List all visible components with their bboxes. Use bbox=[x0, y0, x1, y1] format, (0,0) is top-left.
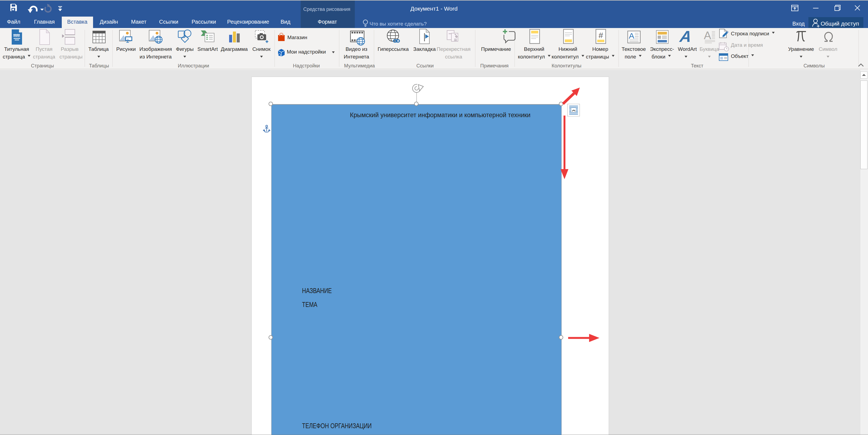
svg-text:А: А bbox=[678, 28, 693, 45]
svg-text:#: # bbox=[599, 31, 603, 40]
svg-text:A: A bbox=[629, 31, 634, 40]
svg-text:A: A bbox=[704, 29, 711, 41]
